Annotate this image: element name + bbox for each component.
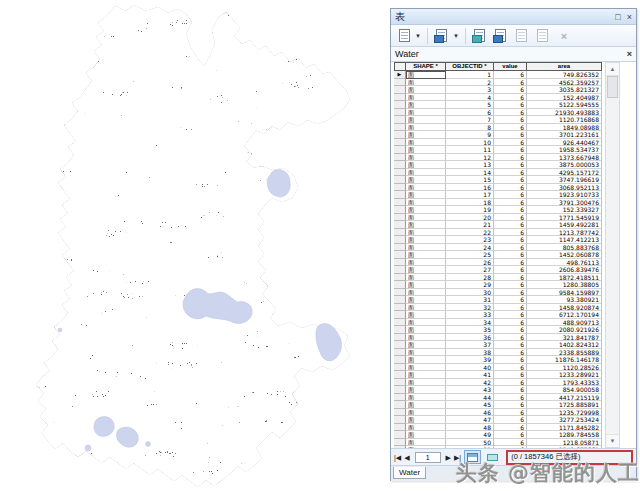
header-shape[interactable]: SHAPE *	[406, 62, 446, 71]
close-tab-icon[interactable]: ×	[627, 49, 632, 59]
table-row[interactable]: 面4261793.43353	[394, 379, 606, 387]
table-row[interactable]: 面1363875.000053	[394, 161, 606, 169]
table-row[interactable]: 面1663068.952113	[394, 184, 606, 192]
toolbar-separator	[427, 28, 428, 44]
table-row[interactable]: 面346488.909713	[394, 319, 606, 327]
table-row[interactable]: 面3862338.855889	[394, 349, 606, 357]
table-row[interactable]: 面246805.883768	[394, 244, 606, 252]
table-row[interactable]: 面2261213.787742	[394, 229, 606, 237]
table-row[interactable]: 面5061218.05871	[394, 439, 606, 447]
scroll-down-icon[interactable]: ▼	[606, 434, 619, 447]
first-record-button[interactable]: |◀	[394, 450, 401, 465]
table-row[interactable]: 面3562080.921926	[394, 326, 606, 334]
table-row[interactable]: 面3366712.170194	[394, 311, 606, 319]
table-row[interactable]: 面39611876.146178	[394, 356, 606, 364]
float-window-button[interactable]: □	[615, 10, 620, 24]
vertical-scrollbar[interactable]: ▲ ▼	[605, 62, 620, 448]
attribute-table-window: 表 □ × ▼ ▼ × Water ×	[390, 8, 637, 481]
lake-dot	[146, 442, 151, 447]
header-area[interactable]: area	[527, 62, 602, 71]
table-row[interactable]: 面4961289.784558	[394, 431, 606, 439]
table-row[interactable]: 面2861872.418511	[394, 274, 606, 282]
table-row[interactable]: 面4061120.28526	[394, 364, 606, 372]
screenshot: 表 □ × ▼ ▼ × Water ×	[0, 0, 640, 491]
table-toolbar: ▼ ▼ ×	[391, 25, 636, 47]
table-header-row: SHAPE * OBJECTID * value area	[394, 62, 606, 71]
table-row[interactable]: 面2361147.412213	[394, 236, 606, 244]
table-row[interactable]: 面106926.440467	[394, 139, 606, 147]
province-polygon	[36, 5, 350, 487]
table-row[interactable]: 面4861171.845282	[394, 424, 606, 432]
toolbar-separator	[465, 28, 466, 44]
table-row[interactable]: 面363035.821327	[394, 86, 606, 94]
table-row[interactable]: 面4464417.215119	[394, 394, 606, 402]
table-row[interactable]: 面4763277.253424	[394, 416, 606, 424]
table-row[interactable]: 面3069584.159897	[394, 289, 606, 297]
table-row[interactable]: 面46152.404987	[394, 94, 606, 102]
table-row[interactable]: 面2961280.38805	[394, 281, 606, 289]
delete-selected-icon[interactable]: ×	[555, 27, 573, 45]
table-row[interactable]: 面3261458.920874	[394, 304, 606, 312]
table-row[interactable]: 面861849.08988	[394, 124, 606, 132]
highlight-selected-icon[interactable]	[471, 27, 489, 45]
map-view[interactable]	[0, 0, 390, 491]
window-titlebar[interactable]: 表 □ ×	[391, 9, 636, 25]
table-row[interactable]: 面565122.594555	[394, 101, 606, 109]
watermark-text: 头条 @智能的人工	[456, 459, 640, 487]
chevron-down-icon[interactable]: ▼	[415, 33, 421, 39]
clear-selection-icon[interactable]	[534, 27, 552, 45]
lake-southwest-1	[94, 417, 114, 437]
lake-dot	[58, 328, 62, 332]
table-row[interactable]: 面31693.380921	[394, 296, 606, 304]
table-options-icon[interactable]	[395, 27, 413, 45]
table-row[interactable]: 面264562.359257	[394, 79, 606, 87]
zoom-to-selected-icon[interactable]	[513, 27, 531, 45]
table-row[interactable]: 面2161459.492281	[394, 221, 606, 229]
table-row[interactable]: 面436854.900058	[394, 386, 606, 394]
scroll-up-icon[interactable]: ▲	[606, 63, 619, 76]
table-row[interactable]: ▶面16749.826352	[394, 71, 606, 79]
table-row[interactable]: 面1161958.534737	[394, 146, 606, 154]
previous-record-button[interactable]: ◀	[404, 450, 409, 465]
table-row[interactable]: 面1261373.667948	[394, 154, 606, 162]
header-row-selector	[394, 62, 406, 71]
table-grid: SHAPE * OBJECTID * value area ▶面16749.82…	[391, 62, 636, 448]
table-row[interactable]: 面4161233.289921	[394, 371, 606, 379]
lake-east-1	[267, 170, 290, 197]
table-row[interactable]: 面3761402.824312	[394, 341, 606, 349]
scrollbar-thumb[interactable]	[607, 76, 618, 98]
tab-water-label[interactable]: Water	[395, 49, 419, 59]
chevron-down-icon[interactable]: ▼	[453, 33, 459, 39]
switch-selection-icon[interactable]	[492, 27, 510, 45]
table-row[interactable]: 面2561452.060878	[394, 251, 606, 259]
table-row[interactable]: 面1563747.196619	[394, 176, 606, 184]
table-row[interactable]: 面2061771.545919	[394, 214, 606, 222]
table-row[interactable]: 面6621930.493883	[394, 109, 606, 117]
table-row[interactable]: 面196152.339327	[394, 206, 606, 214]
current-record-input[interactable]: 1	[415, 452, 441, 463]
related-tables-icon[interactable]	[433, 27, 451, 45]
table-row[interactable]: 面1761923.910733	[394, 191, 606, 199]
header-value[interactable]: value	[494, 62, 527, 71]
table-tab-strip: Water ×	[391, 47, 636, 62]
table-row[interactable]: 面1464295.157172	[394, 169, 606, 177]
header-objectid[interactable]: OBJECTID *	[446, 62, 494, 71]
province-map-image	[0, 0, 390, 491]
sheet-tab-water[interactable]: Water	[393, 467, 426, 479]
table-row[interactable]: 面1863791.300476	[394, 199, 606, 207]
next-record-button[interactable]: ▶	[446, 450, 451, 465]
table-row[interactable]: 面4661235.729998	[394, 409, 606, 417]
table-row[interactable]: 面366321.841787	[394, 334, 606, 342]
table-row[interactable]: 面266498.76113	[394, 259, 606, 267]
table-row[interactable]: 面4561725.885891	[394, 401, 606, 409]
close-window-button[interactable]: ×	[627, 10, 632, 24]
table-rows: ▶面16749.826352面264562.359257面363035.8213…	[394, 71, 606, 448]
table-row[interactable]: 面761120.716868	[394, 116, 606, 124]
table-row[interactable]: 面2762606.839476	[394, 266, 606, 274]
lake-dot	[85, 445, 91, 451]
window-title: 表	[395, 10, 405, 24]
table-row[interactable]: 面963701.223161	[394, 131, 606, 139]
